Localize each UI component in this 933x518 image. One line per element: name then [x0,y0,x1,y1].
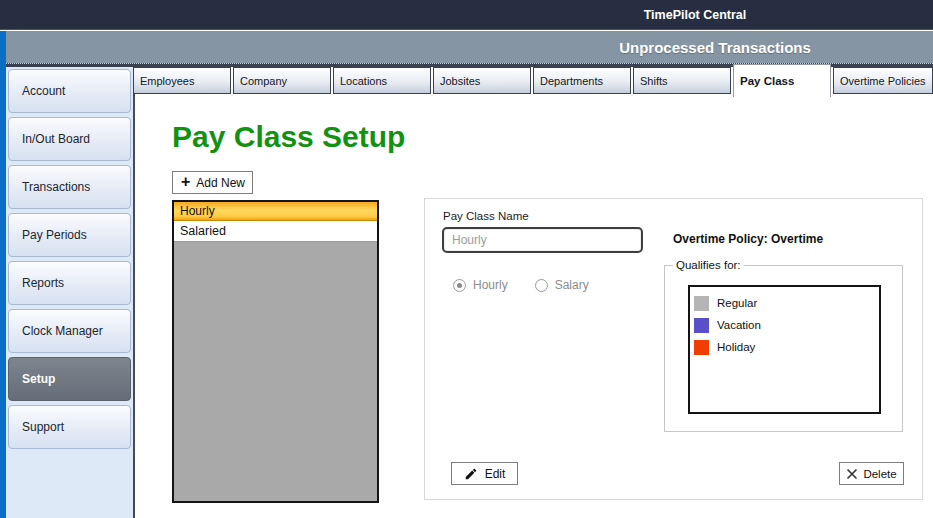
pay-class-name-label: Pay Class Name [443,210,529,222]
qualifies-item-regular[interactable]: Regular [690,292,879,314]
sidebar-item-setup[interactable]: Setup [8,357,131,401]
title-bar: TimePilot Central [0,0,933,30]
add-new-label: Add New [196,176,245,190]
qualifies-item-label: Regular [717,297,757,309]
salary-radio[interactable] [535,279,548,292]
pencil-icon [464,467,478,481]
salary-radio-label: Salary [555,278,589,292]
sidebar-item-transactions[interactable]: Transactions [8,165,131,209]
tab-label: Pay Class [740,75,794,87]
holiday-color-swatch [694,340,709,355]
list-item-salaried[interactable]: Salaried [174,221,377,242]
vacation-color-swatch [694,318,709,333]
qualifies-item-label: Holiday [717,341,755,353]
delete-button[interactable]: Delete [839,462,904,485]
overtime-policy-text: Overtime Policy: Overtime [673,232,823,246]
tab-label: Departments [540,75,603,87]
pay-class-list[interactable]: Hourly Salaried [172,200,379,503]
list-item-hourly-selected[interactable]: Hourly [174,202,377,221]
tab-employees[interactable]: Employees [133,67,231,94]
sidebar-item-label: Setup [22,372,55,386]
add-new-button[interactable]: + Add New [172,171,253,194]
qualifies-list[interactable]: Regular Vacation Holiday [688,285,881,414]
window-title: TimePilot Central [644,8,747,22]
regular-color-swatch [694,296,709,311]
sidebar-item-label: Clock Manager [22,324,103,338]
tab-label: Locations [340,75,387,87]
sidebar-item-inout-board[interactable]: In/Out Board [8,117,131,161]
hourly-radio[interactable] [453,279,466,292]
pay-type-radio-group: Hourly Salary [453,278,589,292]
tab-departments[interactable]: Departments [533,67,631,94]
edit-button[interactable]: Edit [451,462,518,485]
subheader-bar: Unprocessed Transactions [0,31,933,63]
sidebar-item-clock-manager[interactable]: Clock Manager [8,309,131,353]
sidebar-item-pay-periods[interactable]: Pay Periods [8,213,131,257]
sidebar: Account In/Out Board Transactions Pay Pe… [6,67,135,518]
sidebar-item-reports[interactable]: Reports [8,261,131,305]
qualifies-item-holiday[interactable]: Holiday [690,336,879,358]
list-item-label: Hourly [180,204,215,218]
pay-class-details-panel: Pay Class Name Hourly Hourly Salary Over… [424,198,923,500]
sidebar-item-label: Account [22,84,65,98]
qualifies-for-label: Qualifies for: [673,259,744,271]
sidebar-item-support[interactable]: Support [8,405,131,449]
edit-button-label: Edit [485,467,506,481]
delete-button-label: Delete [863,468,896,480]
hourly-radio-label: Hourly [473,278,508,292]
sidebar-item-label: Support [22,420,64,434]
pay-class-name-value: Hourly [452,233,487,247]
tab-label: Shifts [640,75,668,87]
page-title: Pay Class Setup [172,120,405,154]
tab-shifts[interactable]: Shifts [633,67,731,94]
qualifies-item-vacation[interactable]: Vacation [690,314,879,336]
qualifies-item-label: Vacation [717,319,761,331]
sidebar-item-label: In/Out Board [22,132,90,146]
pay-class-name-input[interactable]: Hourly [442,227,643,253]
tab-label: Jobsites [440,75,480,87]
sidebar-item-label: Transactions [22,180,90,194]
list-item-label: Salaried [180,224,226,238]
tab-jobsites[interactable]: Jobsites [433,67,531,94]
x-icon [846,468,858,480]
tab-pay-class[interactable]: Pay Class [733,64,831,97]
subheader-title: Unprocessed Transactions [619,39,811,56]
tab-label: Company [240,75,287,87]
tab-overtime-policies[interactable]: Overtime Policies [833,67,933,94]
sidebar-item-label: Pay Periods [22,228,87,242]
tab-company[interactable]: Company [233,67,331,94]
tab-locations[interactable]: Locations [333,67,431,94]
sidebar-item-account[interactable]: Account [8,69,131,113]
plus-icon: + [181,174,190,190]
tab-label: Overtime Policies [840,75,926,87]
sidebar-item-label: Reports [22,276,64,290]
tab-label: Employees [140,75,194,87]
